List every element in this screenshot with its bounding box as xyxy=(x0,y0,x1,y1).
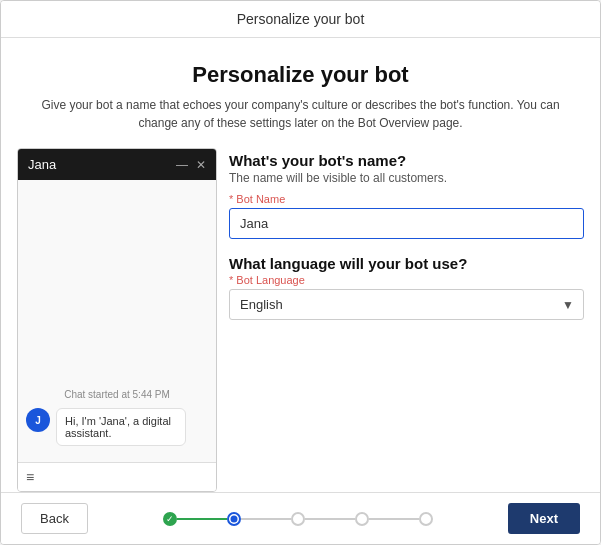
bot-name-section: What's your bot's name? The name will be… xyxy=(229,152,584,239)
bot-language-label-text: * Bot Language xyxy=(229,274,305,286)
modal-title: Personalize your bot xyxy=(237,11,365,27)
progress-line-2 xyxy=(241,518,291,520)
bot-name-title: What's your bot's name? xyxy=(229,152,584,169)
progress-bar: ✓ xyxy=(88,512,508,526)
menu-icon: ≡ xyxy=(26,469,34,485)
minimize-icon[interactable]: — xyxy=(176,158,188,172)
next-button[interactable]: Next xyxy=(508,503,580,534)
progress-step-3 xyxy=(291,512,305,526)
progress-step-5 xyxy=(419,512,433,526)
bot-language-title: What language will your bot use? xyxy=(229,255,584,272)
footer: Back ✓ Next xyxy=(1,492,600,544)
close-icon[interactable]: ✕ xyxy=(196,158,206,172)
language-select[interactable]: English Spanish French German Portuguese xyxy=(229,289,584,320)
bot-name-label: * Bot Name xyxy=(229,193,584,205)
header-section: Personalize your bot Give your bot a nam… xyxy=(1,38,600,140)
form-panel: What's your bot's name? The name will be… xyxy=(229,148,584,492)
bot-name-input[interactable] xyxy=(229,208,584,239)
progress-line-3 xyxy=(305,518,355,520)
chat-preview-header: Jana — ✕ xyxy=(18,149,216,180)
progress-line-4 xyxy=(369,518,419,520)
page-description: Give your bot a name that echoes your co… xyxy=(33,96,568,132)
chat-preview-panel: Jana — ✕ Chat started at 5:44 PM J Hi, I… xyxy=(17,148,217,492)
chat-message-row: J Hi, I'm 'Jana', a digital assistant. xyxy=(26,408,208,446)
language-select-wrapper: English Spanish French German Portuguese… xyxy=(229,289,584,320)
bot-language-section: What language will your bot use? * Bot L… xyxy=(229,255,584,320)
modal-body: Personalize your bot Give your bot a nam… xyxy=(1,38,600,492)
progress-step-1: ✓ xyxy=(163,512,177,526)
progress-step-4 xyxy=(355,512,369,526)
chat-bubble: Hi, I'm 'Jana', a digital assistant. xyxy=(56,408,186,446)
modal-container: Personalize your bot Personalize your bo… xyxy=(0,0,601,545)
modal-title-bar: Personalize your bot xyxy=(1,1,600,38)
chat-preview-body: Chat started at 5:44 PM J Hi, I'm 'Jana'… xyxy=(18,180,216,462)
chat-preview-bot-name: Jana xyxy=(28,157,56,172)
chat-timestamp: Chat started at 5:44 PM xyxy=(26,389,208,400)
avatar: J xyxy=(26,408,50,432)
bot-name-description: The name will be visible to all customer… xyxy=(229,171,584,185)
bot-language-label: * Bot Language xyxy=(229,274,584,286)
bot-name-label-text: * Bot Name xyxy=(229,193,285,205)
back-button[interactable]: Back xyxy=(21,503,88,534)
main-content: Jana — ✕ Chat started at 5:44 PM J Hi, I… xyxy=(1,140,600,492)
chat-input-row[interactable]: ≡ xyxy=(18,462,216,491)
progress-line-1 xyxy=(177,518,227,520)
progress-step-2 xyxy=(227,512,241,526)
chat-preview-controls: — ✕ xyxy=(176,158,206,172)
page-title: Personalize your bot xyxy=(33,62,568,88)
